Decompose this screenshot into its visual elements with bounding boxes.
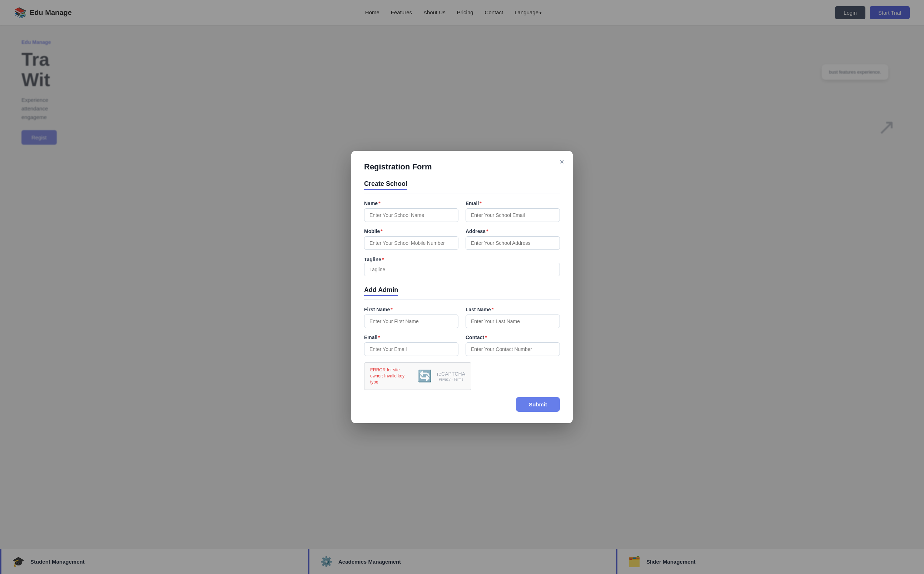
admin-last-name-label: Last Name* xyxy=(466,307,560,312)
recaptcha-error: ERROR for site owner: Invalid key type xyxy=(370,367,413,385)
admin-name-row: First Name* Last Name* xyxy=(364,307,560,328)
school-tagline-input[interactable] xyxy=(364,263,560,276)
mobile-required: * xyxy=(381,229,383,234)
recaptcha-box: ERROR for site owner: Invalid key type 🔄… xyxy=(364,363,471,390)
recaptcha-icon: 🔄 xyxy=(418,369,432,383)
modal-overlay: Registration Form × Create School Name* … xyxy=(0,0,924,574)
school-tagline-group: Tagline* xyxy=(364,256,560,276)
last-name-required: * xyxy=(492,307,493,312)
admin-contact-label: Contact* xyxy=(466,334,560,340)
school-mobile-address-row: Mobile* Address* xyxy=(364,229,560,250)
create-school-header: Create School xyxy=(364,180,407,190)
tagline-required: * xyxy=(382,257,384,262)
school-mobile-label: Mobile* xyxy=(364,229,458,234)
school-name-email-row: Name* Email* xyxy=(364,200,560,222)
recaptcha-label: reCAPTCHA xyxy=(437,371,465,377)
admin-email-contact-row: Email* Contact* xyxy=(364,334,560,356)
close-button[interactable]: × xyxy=(560,158,564,166)
school-address-label: Address* xyxy=(466,229,560,234)
admin-email-input[interactable] xyxy=(364,342,458,356)
submit-button[interactable]: Submit xyxy=(516,397,560,412)
school-address-input[interactable] xyxy=(466,236,560,250)
school-name-input[interactable] xyxy=(364,208,458,222)
school-mobile-group: Mobile* xyxy=(364,229,458,250)
admin-email-label: Email* xyxy=(364,334,458,340)
create-school-section: Create School Name* Email* xyxy=(364,180,560,276)
admin-last-name-input[interactable] xyxy=(466,314,560,328)
admin-email-group: Email* xyxy=(364,334,458,356)
modal-footer: Submit xyxy=(364,397,560,412)
recaptcha-branding: reCAPTCHA Privacy - Terms xyxy=(437,371,465,382)
add-admin-section: Add Admin First Name* Last Name* xyxy=(364,286,560,356)
admin-last-name-group: Last Name* xyxy=(466,307,560,328)
school-email-group: Email* xyxy=(466,200,560,222)
first-name-required: * xyxy=(390,307,392,312)
school-name-label: Name* xyxy=(364,200,458,206)
admin-email-required: * xyxy=(378,334,380,340)
school-address-group: Address* xyxy=(466,229,560,250)
admin-first-name-group: First Name* xyxy=(364,307,458,328)
school-mobile-input[interactable] xyxy=(364,236,458,250)
add-admin-divider xyxy=(364,299,560,300)
school-email-label: Email* xyxy=(466,200,560,206)
email-required: * xyxy=(480,200,481,206)
address-required: * xyxy=(486,229,488,234)
admin-first-name-label: First Name* xyxy=(364,307,458,312)
recaptcha-privacy: Privacy - Terms xyxy=(439,377,463,382)
modal-title: Registration Form xyxy=(364,162,560,172)
create-school-divider xyxy=(364,193,560,193)
school-tagline-label: Tagline* xyxy=(364,257,384,262)
name-required: * xyxy=(378,200,380,206)
admin-first-name-input[interactable] xyxy=(364,314,458,328)
admin-contact-group: Contact* xyxy=(466,334,560,356)
contact-required: * xyxy=(485,334,486,340)
registration-modal: Registration Form × Create School Name* … xyxy=(351,151,573,423)
add-admin-header: Add Admin xyxy=(364,286,398,296)
school-name-group: Name* xyxy=(364,200,458,222)
admin-contact-input[interactable] xyxy=(466,342,560,356)
school-email-input[interactable] xyxy=(466,208,560,222)
